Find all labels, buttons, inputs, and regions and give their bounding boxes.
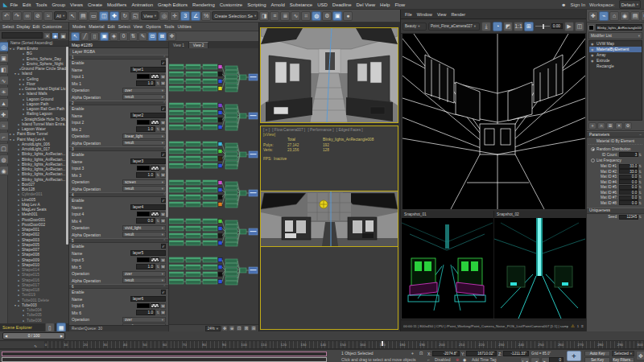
modifier-extrude[interactable]: ◉Extrude [589, 58, 642, 64]
snapshot-2[interactable]: Snapshot_02 [494, 211, 586, 319]
lock-explorer-icon[interactable]: ▣ [0, 53, 9, 63]
graph-fit-icon[interactable]: ⊠ [243, 325, 250, 331]
sme-show-shaded-icon[interactable]: ▣ [100, 32, 109, 41]
explorer-search-input[interactable] [2, 32, 43, 39]
time-slider[interactable]: ◀0 / 100▶ [2, 332, 65, 339]
y-coordinate-field[interactable]: 16710.02" [466, 351, 497, 356]
hierarchy-tab-icon[interactable]: ⌂ [609, 11, 619, 21]
prev-frame-icon[interactable]: ◀ [530, 357, 540, 362]
graph-zoom-icon[interactable]: ⊕ [229, 325, 235, 331]
menu-item-graph-editors[interactable]: Graph Editors [155, 2, 190, 7]
alpha-operation-dropdown[interactable]: result▾ [122, 140, 166, 146]
menu-item-arnold[interactable]: Arnold [268, 2, 287, 7]
create-tab-icon[interactable]: ✚ [588, 11, 598, 21]
sme-select-icon[interactable]: ↖ [71, 32, 80, 41]
menu-item-display[interactable]: Display [16, 24, 30, 29]
rectangular-selection-icon[interactable]: ▭ [89, 11, 98, 21]
bind-to-spacewarp-icon[interactable]: ≈ [43, 11, 53, 21]
modifier-rectangle[interactable]: Rectangle [589, 64, 642, 69]
motion-tab-icon[interactable]: ◉ [620, 11, 630, 21]
layer-manager-icon[interactable]: ≣ [280, 11, 290, 21]
operation-dropdown[interactable]: linear_light▾ [122, 134, 166, 139]
viewport-camera-menu[interactable]: [ Flow:Camera007 ] [272, 128, 305, 132]
modifier-uvw-map[interactable]: ◉UVW Map [589, 41, 642, 47]
modifier-materialbyelement[interactable]: ◉MaterialByElement [589, 47, 642, 52]
rendered-frame-icon[interactable]: ▣ [332, 11, 342, 21]
input-map-swatch[interactable] [151, 74, 159, 79]
exposure-field[interactable]: 0.00 [551, 23, 563, 29]
menu-item-modes[interactable]: Modes [72, 24, 85, 29]
auto-key-button[interactable]: Auto Key [584, 351, 610, 356]
display-materials-icon[interactable]: ◍ [0, 154, 9, 164]
operation-dropdown[interactable]: vivid_light▾ [122, 225, 166, 231]
display-cameras-icon[interactable]: ▲ [0, 98, 9, 108]
viewport-plus-menu[interactable]: [ + ] [263, 128, 270, 132]
graph-tab-view-1[interactable]: View 1 [169, 42, 189, 48]
display-lights-icon[interactable]: ☀ [0, 87, 9, 97]
modify-tab-icon[interactable]: ⌁ [599, 11, 609, 21]
pin-stack-icon[interactable]: ⌖ [588, 122, 597, 130]
menu-item-select[interactable]: Select [2, 24, 14, 29]
node-graph[interactable] [169, 48, 258, 318]
mix-field[interactable]: 1.0 [136, 126, 155, 132]
object-color-swatch[interactable] [588, 25, 594, 31]
id-count-field[interactable]: 3 [619, 152, 638, 157]
input-color-swatch[interactable] [137, 120, 150, 125]
enable-checkbox[interactable]: ✓ [161, 244, 166, 249]
display-tab-icon[interactable]: ▤ [630, 11, 640, 21]
redo-icon[interactable]: ↷ [12, 11, 22, 21]
input-map-swatch[interactable] [151, 212, 159, 216]
sme-fit-icon[interactable]: ⊠ [158, 32, 167, 41]
percent-snap-icon[interactable]: % [201, 11, 211, 21]
input-color-swatch[interactable] [137, 166, 150, 171]
aov-dropdown[interactable]: Beauty▾ [402, 23, 427, 31]
menu-item-window[interactable]: Window [417, 12, 432, 17]
menu-item-customize[interactable]: Customize [217, 2, 245, 7]
go-start-icon[interactable]: |◀ [520, 357, 530, 362]
mat-id-field[interactable]: 0.0 [619, 185, 638, 190]
use-pivot-center-icon[interactable]: ◎ [159, 11, 169, 21]
menu-item-edit[interactable]: Edit [20, 2, 33, 7]
viewport-top-canvas[interactable] [261, 28, 398, 122]
seed-field[interactable]: 12345 [619, 215, 638, 220]
alpha-operation-dropdown[interactable]: result▾ [122, 278, 166, 283]
alpha-operation-dropdown[interactable]: result▾ [122, 186, 166, 191]
mat-id-field[interactable]: 0.0 [619, 200, 638, 205]
display-bones-icon[interactable]: ⌐ [0, 132, 9, 142]
uniqueness-rollout[interactable]: Uniqueness [587, 208, 644, 214]
z-coordinate-field[interactable]: -1211.33" [503, 351, 529, 356]
selection-lock-icon[interactable]: ⌖ [411, 351, 414, 356]
modifier-list-dropdown[interactable]: Modifier List▾ [588, 32, 642, 39]
mat-id-field[interactable]: 0.0 [619, 179, 638, 184]
select-and-rotate-icon[interactable]: ↻ [120, 11, 130, 21]
menu-item-tools[interactable]: Tools [33, 2, 49, 7]
sme-show-end-result-icon[interactable]: ◈ [109, 32, 118, 41]
mix-field[interactable]: 1.0 [136, 310, 155, 315]
operation-dropdown[interactable]: over▾ [122, 88, 166, 93]
viewport-bottom[interactable]: [ + ] [ Flow:Camera007 ] [ Performance ]… [260, 125, 398, 330]
workspace-dropdown[interactable]: Default▾ [619, 0, 641, 9]
menu-item-view[interactable]: View [437, 12, 447, 17]
start-render-icon[interactable]: ▶ [564, 22, 574, 31]
background-toggle-icon[interactable]: ⊞ [524, 22, 534, 31]
input-map-swatch[interactable] [151, 120, 159, 125]
sme-zoom-region-icon[interactable]: ⊡ [148, 32, 157, 41]
track-bar[interactable]: ∿ 01020304050607080901001101201301401501… [0, 340, 644, 349]
sign-in-button[interactable]: Sign In [570, 2, 585, 7]
absolute-mode-icon[interactable]: ⊡ [419, 351, 423, 356]
named-selection-sets-dropdown[interactable]: Create Selection Se▾ [212, 11, 258, 20]
mix-field[interactable]: 1.0 [136, 264, 155, 269]
macro-recorder-field[interactable] [2, 352, 327, 356]
select-by-name-icon[interactable]: ▤ [78, 11, 88, 21]
mix-field[interactable]: 0.0 [136, 218, 155, 224]
show-end-result-icon[interactable]: ≍ [597, 122, 605, 130]
sme-incremental-icon[interactable]: ⇅ [129, 32, 138, 41]
utilities-tab-icon[interactable]: ⚙ [641, 11, 644, 21]
lock-icon[interactable]: ▣ [60, 32, 67, 39]
menu-item-file[interactable]: File [7, 2, 20, 7]
pin-explorer-icon[interactable]: ◉ [0, 166, 9, 175]
select-and-move-icon[interactable]: ✚ [109, 11, 119, 21]
input-map-button[interactable]: M [160, 120, 166, 125]
graph-pan-icon[interactable]: ✥ [221, 325, 228, 331]
dock-render-icon[interactable]: ◫ [575, 22, 584, 31]
